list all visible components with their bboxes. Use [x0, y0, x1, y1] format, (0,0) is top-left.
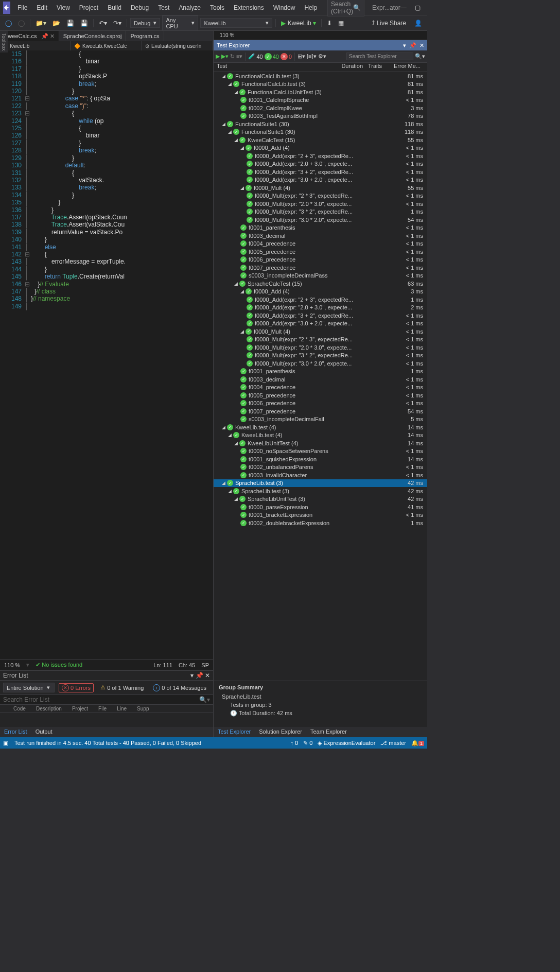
test-row[interactable]: ✓ t0002_unbalancedParens< 1 ms	[214, 463, 427, 472]
test-row[interactable]: ◢✓ KweeLib.test (4)14 ms	[214, 423, 427, 431]
filter-button[interactable]: 🔍▾	[415, 53, 425, 60]
zoom-level[interactable]: 110 %	[4, 662, 20, 668]
group-button[interactable]: [≡]▾	[307, 53, 317, 60]
test-search[interactable]: Search Test Explorer	[346, 53, 413, 60]
passed-tests[interactable]: ✓40	[265, 53, 279, 60]
test-row[interactable]: ✓ f0005_precedence< 1 ms	[214, 248, 427, 256]
config-dropdown[interactable]: Debug▾	[130, 18, 160, 28]
fold-gutter[interactable]: ││││││⊟│⊟││││││││││││││││││⊟│││⊟│││	[25, 50, 31, 659]
test-row[interactable]: ◢✓ SpracheCalcTest (15)63 ms	[214, 280, 427, 288]
test-row[interactable]: ◢✓ f0000_Add (4)3 ms	[214, 288, 427, 296]
test-row[interactable]: ✓ f0006_precedence< 1 ms	[214, 400, 427, 408]
test-row[interactable]: ✓ f0005_precedence< 1 ms	[214, 391, 427, 400]
test-row[interactable]: ◢✓ KweeLibUnitTest (4)14 ms	[214, 439, 427, 447]
messages-badge[interactable]: i 0 of 14 Messages	[150, 684, 209, 692]
test-row[interactable]: ✓ f0000_Add(expr: "3 + 2", expectedRe...…	[214, 168, 427, 176]
test-row[interactable]: ◢✓ SpracheLib.test (3)42 ms	[214, 487, 427, 495]
tab-output[interactable]: Output	[31, 727, 57, 737]
editor-tab[interactable]: SpracheConsole.csproj	[59, 31, 127, 41]
test-row[interactable]: ✓ s0003_incompleteDecimalFail5 ms	[214, 415, 427, 424]
test-row[interactable]: ✓ f0000_Add(expr: "3.0 + 2.0", expecte..…	[214, 320, 427, 328]
platform-dropdown[interactable]: Any CPU▾	[162, 15, 198, 31]
menu-edit[interactable]: Edit	[32, 2, 51, 14]
editor-tab[interactable]: Program.cs	[126, 31, 164, 41]
menu-analyze[interactable]: Analyze	[174, 2, 205, 14]
save-all-button[interactable]: 💾	[78, 19, 90, 28]
close-icon[interactable]: ✕	[419, 42, 424, 49]
test-row[interactable]: ✓ f0000_Add(expr: "2.0 + 3.0", expecte..…	[214, 160, 427, 168]
test-row[interactable]: ◢✓ KweeLib.test (4)14 ms	[214, 431, 427, 440]
menu-window[interactable]: Window	[269, 2, 300, 14]
nav-namespace[interactable]: ▢ KweeLib	[0, 41, 71, 50]
test-row[interactable]: ✓ f0000_Mult(expr: "2 * 3", expectedRe..…	[214, 192, 427, 200]
test-row[interactable]: ✓ t0002_CalcImplKwee3 ms	[214, 104, 427, 112]
test-row[interactable]: ✓ f0004_precedence< 1 ms	[214, 240, 427, 248]
menu-debug[interactable]: Debug	[127, 2, 153, 14]
test-row[interactable]: ✓ t0001_CalcImplSprache< 1 ms	[214, 96, 427, 105]
nav-class[interactable]: 🔶 KweeLib.KweeCalc	[71, 41, 142, 50]
test-row[interactable]: ✓ t0001_squishedExpression14 ms	[214, 455, 427, 463]
test-row[interactable]: ◢✓ SpracheLib.test (3)42 ms	[214, 479, 427, 488]
test-row[interactable]: ◢✓ FunctionalSuite1 (30)118 ms	[214, 120, 427, 128]
misc-button[interactable]: ▦	[336, 19, 346, 28]
test-row[interactable]: ✓ t0000_noSpaceBetweenParens< 1 ms	[214, 447, 427, 456]
menu-project[interactable]: Project	[75, 2, 102, 14]
error-search[interactable]: Search Error List🔍▾	[0, 695, 213, 705]
test-row[interactable]: ✓ f0000_Mult(expr: "3 * 2", expectedRe..…	[214, 208, 427, 216]
test-row[interactable]: ✓ t0002_doublebracketExpression1 ms	[214, 519, 427, 527]
notifications-icon[interactable]: 🔔1	[411, 740, 424, 747]
menu-tools[interactable]: Tools	[206, 2, 229, 14]
tab-test-explorer[interactable]: Test Explorer	[214, 727, 255, 737]
test-row[interactable]: ✓ t0000_parseExpression41 ms	[214, 503, 427, 511]
branch-name[interactable]: ⎇ master	[380, 740, 406, 747]
test-row[interactable]: ✓ f0003_decimal< 1 ms	[214, 375, 427, 384]
menu-help[interactable]: Help	[300, 2, 321, 14]
forward-button[interactable]: ◯	[16, 19, 27, 28]
test-row[interactable]: ✓ f0000_Mult(expr: "2.0 * 3.0", expecte.…	[214, 200, 427, 208]
menu-extensions[interactable]: Extensions	[230, 2, 268, 14]
save-button[interactable]: 💾	[64, 19, 76, 28]
editor-tab[interactable]: KweeCalc.cs📌 ✕	[0, 31, 59, 41]
test-row[interactable]: ✓ f0000_Mult(expr: "3.0 * 2.0", expecte.…	[214, 216, 427, 224]
warnings-badge[interactable]: ⚠ 0 of 1 Warning	[98, 684, 146, 691]
test-row[interactable]: ✓ t0003_invalidCharacter< 1 ms	[214, 471, 427, 479]
test-row[interactable]: ✓ f0001_parenthesis1 ms	[214, 368, 427, 376]
test-row[interactable]: ✓ f0000_Mult(expr: "2 * 3", expectedRe..…	[214, 336, 427, 344]
run-button[interactable]: ▶ KweeLib ▾	[279, 19, 318, 28]
test-row[interactable]: ◢✓ f0000_Mult (4)55 ms	[214, 184, 427, 192]
test-row[interactable]: ✓ f0000_Mult(expr: "3 * 2", expectedRe..…	[214, 352, 427, 360]
test-row[interactable]: ◢✓ f0000_Add (4)< 1 ms	[214, 144, 427, 152]
test-row[interactable]: ◢✓ FunctionalCalcLibUnitTest (3)81 ms	[214, 88, 427, 96]
run-all-button[interactable]: ▶	[216, 53, 220, 60]
minimize-icon[interactable]: —	[400, 4, 407, 11]
test-row[interactable]: ◢✓ KweeCalcTest (15)55 ms	[214, 136, 427, 144]
test-row[interactable]: ✓ f0000_Add(expr: "3 + 2", expectedRe...…	[214, 311, 427, 320]
test-tree[interactable]: ◢✓ FunctionalCalcLib.test (3)81 ms ◢✓ Fu…	[214, 72, 427, 681]
test-row[interactable]: ✓ f0004_precedence< 1 ms	[214, 384, 427, 392]
open-button[interactable]: 📂	[50, 19, 62, 28]
back-button[interactable]: ◯	[3, 19, 14, 28]
project-dropdown[interactable]: KweeLib▾	[200, 18, 272, 28]
total-tests[interactable]: 🧪40	[248, 53, 262, 60]
failed-tests[interactable]: ✕0	[281, 53, 292, 60]
test-row[interactable]: ✓ f0007_precedence< 1 ms	[214, 264, 427, 272]
test-row[interactable]: ◢✓ SpracheLibUnitTest (3)42 ms	[214, 495, 427, 504]
test-row[interactable]: ✓ f0000_Mult(expr: "3.0 * 2.0", expecte.…	[214, 359, 427, 368]
run-button[interactable]: ▶▾	[221, 53, 229, 60]
redo-button[interactable]: ↷▾	[111, 19, 124, 28]
test-row[interactable]: ✓ f0000_Add(expr: "2 + 3", expectedRe...…	[214, 296, 427, 304]
account-button[interactable]: 👤	[412, 19, 424, 28]
menu-test[interactable]: Test	[154, 2, 173, 14]
test-row[interactable]: ◢✓ FunctionalSuite1 (30)118 ms	[214, 128, 427, 136]
errors-badge[interactable]: ✕0 Errors	[59, 683, 94, 692]
publish-icon[interactable]: ↑ 0	[290, 740, 298, 746]
maximize-icon[interactable]: ▢	[415, 4, 421, 11]
playlist-button[interactable]: ≡▾	[236, 53, 242, 60]
test-row[interactable]: ✓ f0006_precedence< 1 ms	[214, 256, 427, 264]
app-logo[interactable]	[3, 2, 10, 14]
tab-team-explorer[interactable]: Team Explorer	[306, 727, 351, 737]
test-row[interactable]: ✓ f0000_Add(expr: "2.0 + 3.0", expecte..…	[214, 304, 427, 312]
pending-icon[interactable]: ✎ 0	[303, 740, 312, 747]
issues-indicator[interactable]: ✔ No issues found	[36, 662, 82, 668]
test-row[interactable]: ✓ t0003_TestAgainstBothImpl78 ms	[214, 112, 427, 120]
